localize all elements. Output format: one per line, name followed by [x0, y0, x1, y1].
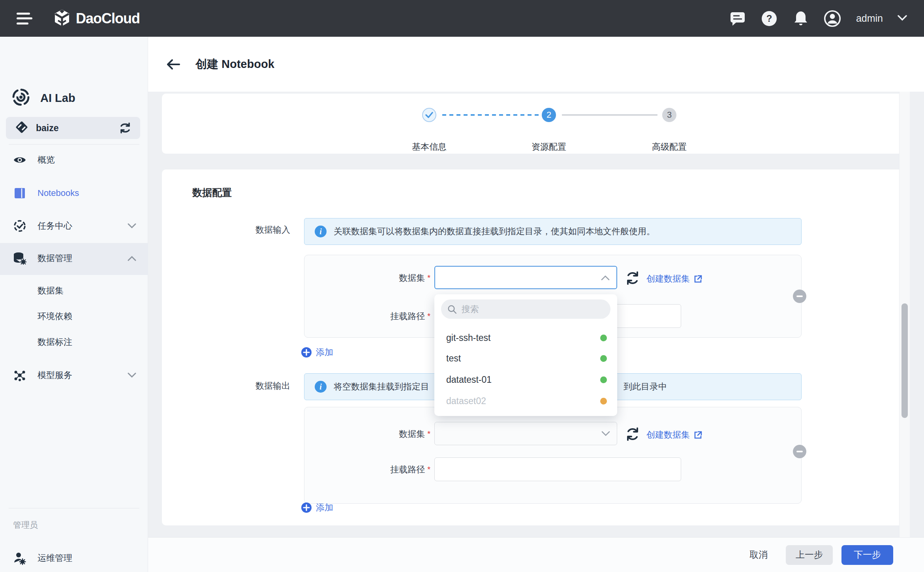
- data-input-label: 数据输入: [223, 224, 290, 236]
- sidebar-item-label: 环境依赖: [38, 310, 72, 322]
- info-icon: i: [315, 381, 327, 393]
- database-gear-icon: [13, 252, 26, 265]
- chevron-up-icon[interactable]: [601, 275, 610, 280]
- chevron-down-icon[interactable]: [601, 431, 610, 437]
- switch-workspace-icon[interactable]: [119, 122, 131, 134]
- add-label: 添加: [316, 502, 333, 514]
- book-icon: [13, 187, 26, 199]
- user-chevron-down-icon[interactable]: [897, 15, 907, 23]
- dropdown-search[interactable]: [441, 299, 610, 319]
- step-number: 2: [547, 110, 551, 120]
- eye-icon: [13, 155, 26, 165]
- status-dot: [600, 335, 607, 341]
- sidebar-item-notebooks[interactable]: Notebooks: [0, 182, 148, 204]
- status-dot: [600, 376, 607, 383]
- divider: [9, 144, 139, 145]
- dropdown-option-datatest-01[interactable]: datatest-01: [434, 369, 617, 390]
- page-title: 创建 Notebook: [195, 56, 274, 72]
- add-data-output-link[interactable]: 添加: [301, 502, 333, 514]
- task-center-icon: [13, 220, 26, 232]
- banner-text-right: 到此目录中: [624, 381, 667, 393]
- prev-step-button[interactable]: 上一步: [786, 545, 833, 565]
- dataset-tools: 创建数据集: [625, 427, 702, 443]
- workspace-icon: [15, 120, 29, 136]
- refresh-icon[interactable]: [625, 427, 640, 443]
- stepper-panel: 2 3 基本信息 资源配置 高级配置: [162, 94, 908, 154]
- option-label: git-ssh-test: [446, 333, 490, 343]
- sidebar-item-label: 模型服务: [38, 369, 72, 381]
- dropdown-option-dataset02[interactable]: dataset02: [434, 391, 617, 411]
- output-mount-path-input[interactable]: [434, 457, 681, 481]
- dataset-dropdown: git-ssh-test test datatest-01 dataset02: [434, 294, 617, 416]
- messages-icon[interactable]: [729, 10, 746, 27]
- remove-data-output-button[interactable]: [793, 445, 806, 458]
- avatar[interactable]: [824, 10, 841, 27]
- sidebar-item-label: 运维管理: [38, 552, 72, 564]
- add-data-input-link[interactable]: 添加: [301, 346, 333, 358]
- username[interactable]: admin: [856, 13, 883, 24]
- sidebar-item-task-center[interactable]: 任务中心: [0, 215, 148, 237]
- step-3-label: 高级配置: [630, 141, 709, 153]
- step-connector-todo: [562, 114, 657, 116]
- brand[interactable]: DaoCloud: [53, 9, 140, 28]
- data-output-group: [304, 407, 802, 504]
- sidebar-item-data-annotation[interactable]: 数据标注: [0, 331, 148, 353]
- workspace-name: baize: [36, 123, 59, 134]
- sidebar-item-env-deps[interactable]: 环境依赖: [0, 305, 148, 327]
- create-dataset-link[interactable]: 创建数据集: [646, 429, 702, 441]
- sidebar-item-data-management[interactable]: 数据管理: [0, 247, 148, 269]
- back-arrow-icon[interactable]: [166, 59, 180, 70]
- dataset-select-input[interactable]: [434, 266, 617, 289]
- data-output-label: 数据输出: [223, 380, 290, 392]
- dropdown-search-input[interactable]: [462, 304, 604, 314]
- next-step-button[interactable]: 下一步: [841, 545, 893, 565]
- sidebar-item-label: 数据标注: [38, 336, 72, 348]
- sidebar-item-label: 数据集: [38, 285, 64, 297]
- step-2-active[interactable]: 2: [542, 108, 556, 122]
- daocloud-logo-icon: [53, 9, 71, 28]
- step-2-label: 资源配置: [509, 141, 588, 153]
- notifications-icon[interactable]: [792, 10, 809, 27]
- chevron-down-icon[interactable]: [128, 373, 136, 378]
- step-1-label: 基本信息: [390, 141, 469, 153]
- footer-bar: 取消 上一步 下一步: [148, 537, 924, 572]
- dropdown-option-git-ssh-test[interactable]: git-ssh-test: [434, 327, 617, 348]
- step-3-todo[interactable]: 3: [662, 108, 676, 122]
- page-header: 创建 Notebook: [148, 37, 924, 92]
- add-label: 添加: [316, 346, 333, 358]
- info-icon: i: [315, 226, 327, 237]
- output-dataset-select[interactable]: [434, 422, 617, 445]
- sidebar-item-label: Notebooks: [38, 188, 79, 198]
- scrollbar-track[interactable]: [899, 92, 910, 537]
- admin-section-label: 管理员: [13, 519, 38, 531]
- mount-path-label: 挂载路径*: [363, 310, 430, 322]
- create-dataset-link[interactable]: 创建数据集: [646, 273, 702, 285]
- chevron-down-icon[interactable]: [128, 223, 136, 229]
- chevron-up-icon[interactable]: [128, 256, 136, 261]
- menu-icon[interactable]: [17, 13, 32, 24]
- dataset-tools: 创建数据集: [625, 271, 702, 287]
- model-services-icon: [13, 369, 26, 382]
- plus-circle-icon: [301, 347, 312, 358]
- section-title: 数据配置: [192, 186, 232, 199]
- dropdown-option-test[interactable]: test: [434, 348, 617, 369]
- sidebar-item-label: 概览: [38, 154, 55, 166]
- step-number: 3: [667, 110, 672, 120]
- sidebar-item-model-services[interactable]: 模型服务: [0, 364, 148, 386]
- option-label: dataset02: [446, 396, 486, 406]
- ai-lab-icon: [11, 87, 31, 109]
- sidebar-item-datasets[interactable]: 数据集: [0, 280, 148, 302]
- remove-data-input-button[interactable]: [793, 290, 806, 303]
- help-icon[interactable]: ?: [761, 10, 778, 27]
- option-label: test: [446, 353, 461, 364]
- step-1-done[interactable]: [422, 108, 436, 122]
- sidebar-item-overview[interactable]: 概览: [0, 149, 148, 171]
- workspace-selector[interactable]: baize: [6, 117, 140, 139]
- dataset-field-label: 数据集*: [363, 272, 430, 284]
- mount-path-label: 挂载路径*: [363, 464, 430, 476]
- option-label: datatest-01: [446, 374, 492, 385]
- cancel-button[interactable]: 取消: [749, 545, 768, 565]
- refresh-icon[interactable]: [625, 271, 640, 287]
- sidebar-item-ops-management[interactable]: 运维管理: [0, 547, 148, 569]
- scrollbar-thumb[interactable]: [901, 303, 908, 418]
